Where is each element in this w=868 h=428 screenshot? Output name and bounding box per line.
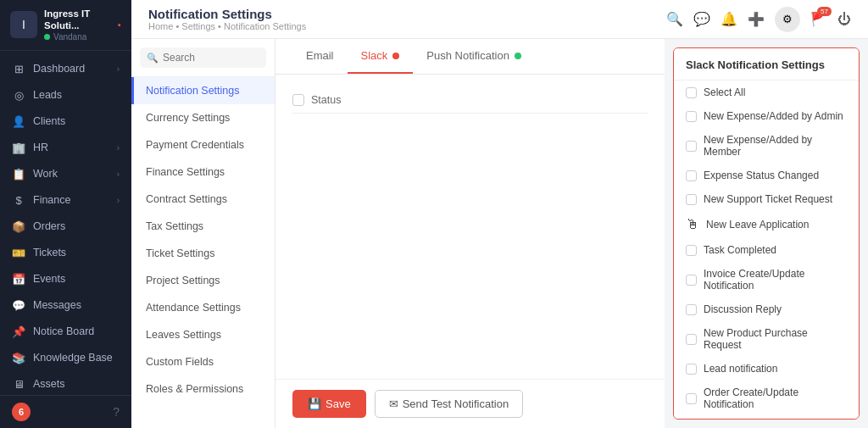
sidebar-item-label: Knowledge Base: [33, 352, 113, 364]
slack-item-new-expense-member[interactable]: New Expense/Added by Member: [674, 128, 859, 164]
slack-panel-title: Slack Notification Settings: [674, 58, 859, 81]
tab-email-label: Email: [306, 49, 334, 62]
sidebar-item-hr[interactable]: 🏢 HR ›: [0, 135, 131, 161]
slack-item-label: New Expense/Added by Admin: [704, 110, 843, 122]
sidebar-item-assets[interactable]: 🖥 Assets: [0, 371, 131, 395]
slack-item-support-ticket[interactable]: New Support Ticket Request: [674, 187, 859, 211]
slack-item-product-purchase[interactable]: New Product Purchase Request: [674, 321, 859, 357]
sidebar-item-events[interactable]: 📅 Events: [0, 266, 131, 292]
main-area: Notification Settings Home • Settings • …: [131, 0, 868, 428]
slack-item-label: Invoice Create/Update Notification: [704, 268, 847, 292]
save-button[interactable]: 💾 Save: [292, 390, 366, 418]
order-create-checkbox[interactable]: [686, 393, 697, 404]
save-icon: 💾: [308, 397, 321, 410]
breadcrumb: Home • Settings • Notification Settings: [148, 21, 306, 31]
search-input[interactable]: [163, 52, 259, 64]
push-dot-icon: [515, 53, 521, 59]
sidebar-item-label: Clients: [33, 115, 65, 127]
bell-icon[interactable]: 🔔: [721, 11, 737, 27]
help-icon[interactable]: ?: [113, 405, 120, 419]
slack-item-user-join[interactable]: User Join Via Invitation: [674, 416, 859, 420]
power-icon[interactable]: ⏻: [837, 12, 851, 27]
notification-badge[interactable]: 🚩 57: [810, 11, 827, 27]
settings-nav-ticket[interactable]: Ticket Settings: [131, 240, 275, 267]
sidebar-item-finance[interactable]: $ Finance ›: [0, 187, 131, 214]
task-completed-checkbox[interactable]: [686, 245, 697, 256]
settings-nav-roles[interactable]: Roles & Permissions: [131, 375, 275, 403]
slack-item-label: New Product Purchase Request: [704, 327, 847, 351]
topbar: Notification Settings Home • Settings • …: [131, 0, 868, 39]
slack-item-task-completed[interactable]: Task Completed: [674, 238, 859, 262]
sidebar-item-work[interactable]: 📋 Work ›: [0, 161, 131, 187]
expense-status-checkbox[interactable]: [686, 170, 697, 181]
support-ticket-checkbox[interactable]: [686, 194, 697, 205]
settings-nav-payment[interactable]: Payment Credentials: [131, 131, 275, 158]
sidebar-item-noticeboard[interactable]: 📌 Notice Board: [0, 319, 131, 345]
sidebar-item-messages[interactable]: 💬 Messages: [0, 292, 131, 319]
settings-nav-tax[interactable]: Tax Settings: [131, 213, 275, 240]
sidebar-item-knowledgebase[interactable]: 📚 Knowledge Base: [0, 345, 131, 371]
settings-nav-finance[interactable]: Finance Settings: [131, 158, 275, 186]
knowledgebase-icon: 📚: [12, 352, 25, 364]
settings-nav-contract[interactable]: Contract Settings: [131, 186, 275, 213]
sidebar-item-orders[interactable]: 📦 Orders: [0, 214, 131, 240]
send-test-button[interactable]: ✉ Send Test Notification: [375, 390, 524, 418]
expense-admin-checkbox[interactable]: [686, 111, 697, 122]
search-icon[interactable]: 🔍: [666, 11, 683, 27]
messages-icon: 💬: [12, 299, 25, 312]
sidebar-item-label: Work: [33, 168, 58, 180]
slack-item-label: Discussion Reply: [704, 303, 782, 315]
gear-icon: ⚙: [782, 13, 793, 25]
assets-icon: 🖥: [12, 378, 25, 391]
slack-item-select-all[interactable]: Select All: [674, 81, 859, 104]
select-all-checkbox[interactable]: [686, 87, 697, 98]
settings-main-panel: Email Slack Push Notification Status: [275, 39, 665, 428]
avatar[interactable]: ⚙: [775, 7, 800, 32]
noticeboard-icon: 📌: [12, 325, 25, 338]
tab-email[interactable]: Email: [292, 39, 348, 74]
slack-item-expense-status[interactable]: Expense Status Changed: [674, 164, 859, 187]
clients-icon: 👤: [12, 115, 25, 128]
sidebar-item-label: Dashboard: [33, 63, 85, 75]
sidebar-item-leads[interactable]: ◎ Leads: [0, 82, 131, 108]
sidebar-item-label: Orders: [33, 220, 65, 232]
tab-push[interactable]: Push Notification: [413, 39, 535, 74]
settings-nav-leaves[interactable]: Leaves Settings: [131, 321, 275, 348]
sidebar-item-label: Tickets: [33, 247, 66, 258]
chat-icon[interactable]: 💬: [693, 11, 710, 27]
slack-item-lead-notif[interactable]: Lead notification: [674, 357, 859, 381]
invoice-create-checkbox[interactable]: [686, 275, 697, 286]
chevron-right-icon: ›: [117, 64, 120, 74]
slack-item-invoice-create[interactable]: Invoice Create/Update Notification: [674, 262, 859, 297]
settings-nav-project[interactable]: Project Settings: [131, 267, 275, 294]
page-title: Notification Settings: [148, 7, 306, 21]
sidebar-item-dashboard[interactable]: ⊞ Dashboard ›: [0, 56, 131, 82]
discussion-reply-checkbox[interactable]: [686, 304, 697, 315]
sidebar-item-tickets[interactable]: 🎫 Tickets: [0, 240, 131, 266]
brand-close-icon: ▪: [118, 19, 121, 30]
settings-nav-notification[interactable]: Notification Settings: [131, 77, 275, 104]
settings-nav-custom[interactable]: Custom Fields: [131, 348, 275, 375]
plus-icon[interactable]: ➕: [748, 11, 765, 27]
sidebar-item-clients[interactable]: 👤 Clients: [0, 108, 131, 135]
slack-item-label: Expense Status Changed: [704, 170, 819, 181]
tab-slack[interactable]: Slack: [348, 39, 414, 74]
send-icon: ✉: [389, 397, 398, 410]
slack-item-leave-app[interactable]: 🖱 New Leave Application: [674, 211, 859, 238]
cursor-icon: 🖱: [686, 217, 699, 232]
slack-item-discussion-reply[interactable]: Discussion Reply: [674, 297, 859, 321]
slack-item-label: Order Create/Update Notification: [704, 386, 847, 410]
content-area: 🔍 Notification Settings Currency Setting…: [131, 39, 868, 428]
hr-icon: 🏢: [12, 142, 25, 154]
expense-member-checkbox[interactable]: [686, 141, 697, 152]
settings-nav-currency[interactable]: Currency Settings: [131, 104, 275, 131]
settings-nav-attendance[interactable]: Attendance Settings: [131, 294, 275, 321]
brand-name: Ingress IT Soluti...: [44, 8, 111, 32]
header-checkbox[interactable]: [292, 94, 304, 106]
slack-item-order-create[interactable]: Order Create/Update Notification: [674, 381, 859, 416]
slack-item-new-expense-admin[interactable]: New Expense/Added by Admin: [674, 104, 859, 128]
lead-notif-checkbox[interactable]: [686, 364, 697, 375]
finance-icon: $: [12, 194, 25, 207]
tickets-icon: 🎫: [12, 247, 25, 259]
product-purchase-checkbox[interactable]: [686, 334, 697, 345]
